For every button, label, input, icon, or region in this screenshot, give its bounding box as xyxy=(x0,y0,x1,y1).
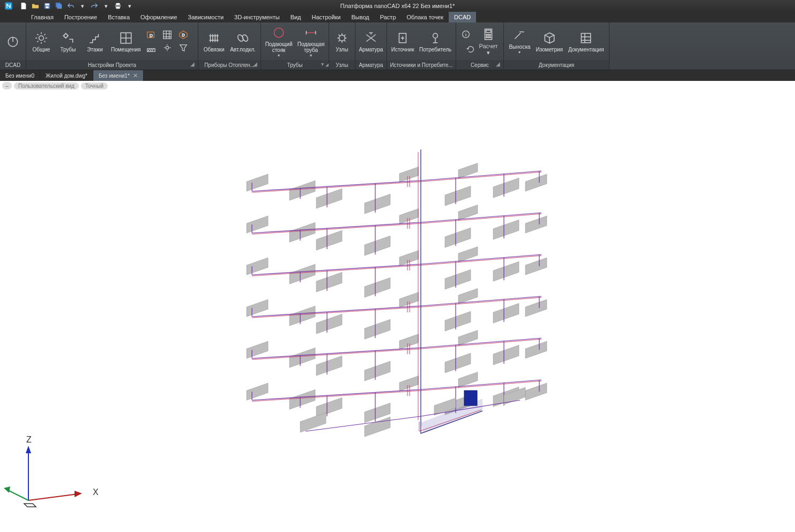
menu-raster[interactable]: Растр xyxy=(375,12,402,23)
menu-3dtools[interactable]: 3D-инструменты xyxy=(229,12,285,23)
refresh-button[interactable] xyxy=(462,42,479,56)
undo-caret-icon[interactable]: ▾ xyxy=(77,1,88,11)
panel-title-project: Настройки Проекта◢ xyxy=(26,60,198,70)
menu-constraints[interactable]: Зависимости xyxy=(182,12,229,23)
model-drawing xyxy=(0,91,795,532)
axis-x-label: X xyxy=(93,488,99,497)
ucs-gizmo[interactable]: Z X xyxy=(3,431,99,522)
menu-dcad[interactable]: DCAD xyxy=(449,12,476,23)
panel-pipes: Подающий стояк▾ Подающая труба▾ Трубы▾ ◢ xyxy=(261,23,329,70)
document-tab[interactable]: Без имени0 xyxy=(0,70,40,81)
filter-button[interactable] xyxy=(176,42,191,54)
qat-customize-icon[interactable]: ▾ xyxy=(124,1,135,11)
new-file-icon[interactable] xyxy=(18,1,29,11)
menu-pointclouds[interactable]: Облака точек xyxy=(402,12,449,23)
rooms-button[interactable]: Помещения xyxy=(109,29,143,54)
consumer-button[interactable]: Потребитель xyxy=(417,29,454,54)
panel-launcher-icon[interactable]: ▾ ◢ xyxy=(321,61,328,68)
svg-line-42 xyxy=(421,172,541,182)
chevron-down-icon: ▾ xyxy=(310,53,312,58)
menu-format[interactable]: Оформление xyxy=(135,12,182,23)
menu-output[interactable]: Вывод xyxy=(346,12,374,23)
model-viewport[interactable]: Z X xyxy=(0,91,795,532)
print-icon[interactable] xyxy=(113,1,123,11)
source-button[interactable]: Источник xyxy=(389,29,416,54)
collapse-button[interactable]: – xyxy=(2,82,12,89)
power-icon xyxy=(4,34,21,49)
svg-point-22 xyxy=(339,35,345,41)
svg-line-100 xyxy=(252,389,421,400)
supply-pipe-button[interactable]: Подающая труба▾ xyxy=(295,24,326,59)
leader-button[interactable]: Выноска▾ xyxy=(507,27,532,56)
panel-launcher-icon[interactable]: ◢ xyxy=(496,61,502,68)
svg-rect-8 xyxy=(116,7,120,9)
svg-point-28 xyxy=(486,34,487,35)
radiator-icon xyxy=(205,31,222,46)
svg-text:D: D xyxy=(182,33,185,38)
svg-line-87 xyxy=(252,348,421,358)
strapping-button[interactable]: Обвязки xyxy=(201,29,227,54)
axis-z-label: Z xyxy=(26,435,32,444)
svg-rect-2 xyxy=(46,4,49,6)
panel-title-docs: Документация xyxy=(504,60,609,70)
svg-rect-34 xyxy=(582,33,591,42)
table-doc-icon xyxy=(577,31,595,46)
gear-small-button[interactable] xyxy=(160,42,175,54)
supply-riser-button[interactable]: Подающий стояк▾ xyxy=(263,24,294,59)
svg-line-67 xyxy=(421,254,541,264)
info-button[interactable] xyxy=(457,26,474,42)
app-logo[interactable] xyxy=(0,0,17,12)
autoconnect-button[interactable]: Авт.подкл. xyxy=(228,29,258,54)
document-tab[interactable]: Жилой дом.dwg* xyxy=(40,70,93,81)
pipes-settings-button[interactable]: Трубы xyxy=(55,29,81,54)
hatch-button[interactable] xyxy=(144,42,159,54)
pipes-gear-icon xyxy=(60,31,77,46)
badge-d-button[interactable]: D xyxy=(176,29,191,41)
gear-icon xyxy=(33,31,50,46)
menu-main[interactable]: Главная xyxy=(26,12,59,23)
precision-pill[interactable]: Точный xyxy=(81,83,108,89)
menu-insert[interactable]: Вставка xyxy=(102,12,135,23)
svg-point-17 xyxy=(166,46,169,49)
svg-point-33 xyxy=(489,36,491,38)
isometry-button[interactable]: Изометрия xyxy=(534,29,565,54)
cube-icon xyxy=(541,31,558,46)
svg-line-68 xyxy=(421,256,541,265)
saveall-icon[interactable] xyxy=(54,1,64,11)
panel-service: Расчет▾ Сервис◢ xyxy=(456,23,504,70)
close-tab-icon[interactable]: ✕ xyxy=(133,72,138,79)
undo-icon[interactable] xyxy=(65,1,76,11)
view-name-pill[interactable]: Пользовательский вид xyxy=(14,83,79,89)
panel-project-settings: Общие Трубы Этажи Помещения D D Настройк… xyxy=(26,23,198,70)
menu-view[interactable]: Вид xyxy=(285,12,307,23)
svg-marker-125 xyxy=(24,504,36,507)
chevron-down-icon: ▾ xyxy=(518,50,521,55)
panel-launcher-icon[interactable]: ◢ xyxy=(190,61,197,68)
document-tab[interactable]: Без имени1*✕ xyxy=(93,70,144,81)
documentation-button[interactable]: Документация xyxy=(566,29,606,54)
grid-button[interactable] xyxy=(160,29,175,41)
project-small-col1: D xyxy=(144,29,159,54)
common-settings-button[interactable]: Общие xyxy=(28,29,54,54)
menu-settings[interactable]: Настройки xyxy=(307,12,346,23)
redo-icon[interactable] xyxy=(89,1,100,11)
dcad-power-button[interactable] xyxy=(0,33,26,50)
calculate-button[interactable] xyxy=(474,26,502,42)
redo-caret-icon[interactable]: ▾ xyxy=(101,1,112,11)
menu-build[interactable]: Построение xyxy=(59,12,102,23)
menu-bar: Главная Построение Вставка Оформление За… xyxy=(0,12,795,23)
svg-point-10 xyxy=(39,35,44,40)
valve-button[interactable]: Арматура xyxy=(358,29,384,54)
floors-button[interactable]: Этажи xyxy=(82,29,108,54)
save-icon[interactable] xyxy=(42,1,53,11)
chevron-down-icon: ▾ xyxy=(487,49,490,56)
panel-launcher-icon[interactable]: ◢ xyxy=(253,61,259,68)
svg-rect-16 xyxy=(164,31,171,39)
open-file-icon[interactable] xyxy=(30,1,41,11)
svg-text:D: D xyxy=(150,33,153,38)
svg-point-29 xyxy=(488,34,489,35)
pipe-segment-icon xyxy=(302,25,320,40)
view-controls-bar: – Пользовательский вид Точный xyxy=(0,81,795,91)
nodes-button[interactable]: Узлы xyxy=(329,29,355,54)
radiator-d-button[interactable]: D xyxy=(144,29,159,41)
